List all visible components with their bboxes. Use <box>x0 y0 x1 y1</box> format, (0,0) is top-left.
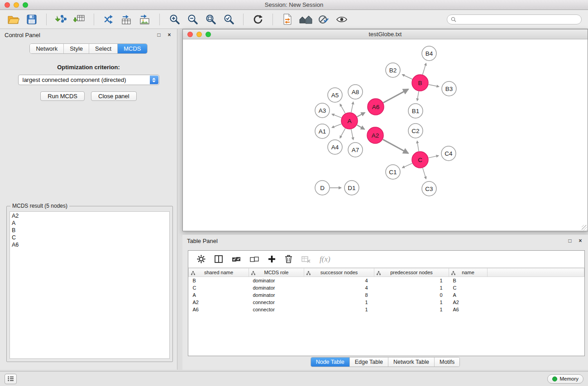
edge-A-A3[interactable] <box>332 114 341 118</box>
memory-button[interactable]: Memory <box>547 374 583 384</box>
zoom-selected-button[interactable] <box>221 12 236 27</box>
apply-layout-button[interactable] <box>251 12 265 27</box>
node-B4[interactable]: B4 <box>422 46 436 61</box>
node-C2[interactable]: C2 <box>408 124 423 138</box>
node-A3[interactable]: A3 <box>315 103 330 118</box>
edge-A-A8[interactable] <box>351 102 354 112</box>
edge-C-C1[interactable] <box>402 163 412 168</box>
zoom-fit-button[interactable] <box>203 12 218 27</box>
node-C[interactable]: C <box>412 152 428 168</box>
tab-select[interactable]: Select <box>89 44 118 53</box>
show-hide-eye-button[interactable] <box>335 12 349 27</box>
node-B3[interactable]: B3 <box>442 81 456 96</box>
tab-network[interactable]: Network <box>30 44 64 53</box>
mcds-result-item[interactable]: B <box>10 227 169 234</box>
mcds-result-list[interactable]: A2ABCA6 <box>10 211 170 359</box>
network-file-manager-button[interactable] <box>280 12 295 27</box>
close-table-panel-icon[interactable]: × <box>577 238 583 244</box>
minimize-network-button[interactable] <box>196 32 202 37</box>
delete-column-button[interactable] <box>285 255 292 263</box>
edge-C-C3[interactable] <box>423 168 426 179</box>
export-image-button[interactable] <box>138 12 152 27</box>
close-panel-icon[interactable]: × <box>166 32 172 38</box>
search-box[interactable] <box>447 14 582 24</box>
tab-motifs[interactable]: Motifs <box>435 357 459 367</box>
edge-A6-B[interactable] <box>383 89 408 103</box>
select-all-button[interactable] <box>232 256 241 263</box>
zoom-in-button[interactable] <box>167 12 182 27</box>
import-table-button[interactable] <box>72 12 86 27</box>
show-columns-button[interactable] <box>215 255 223 263</box>
close-panel-button[interactable]: Close panel <box>91 91 137 101</box>
resize-grip[interactable] <box>582 225 587 230</box>
zoom-network-button[interactable] <box>206 32 211 37</box>
network-window-titlebar[interactable]: testGlobe.txt <box>183 29 588 39</box>
table-row[interactable]: Bdominator41B <box>189 277 584 284</box>
search-input[interactable] <box>459 16 578 23</box>
tab-network-table[interactable]: Network Table <box>388 357 435 367</box>
edge-B-B2[interactable] <box>402 75 412 80</box>
node-A6[interactable]: A6 <box>368 99 384 115</box>
import-network-button[interactable] <box>54 12 68 27</box>
node-A5[interactable]: A5 <box>328 88 342 102</box>
column-header-MCDS-role[interactable]: MCDS role <box>249 268 304 277</box>
table-row[interactable]: Cdominator41C <box>189 284 584 291</box>
edge-B-B3[interactable] <box>429 85 439 87</box>
minimize-window-button[interactable] <box>14 2 19 8</box>
node-B1[interactable]: B1 <box>408 104 423 118</box>
node-A[interactable]: A <box>341 113 358 129</box>
mcds-result-item[interactable]: C <box>10 234 169 241</box>
mcds-result-item[interactable]: A6 <box>10 241 169 248</box>
export-table-button[interactable] <box>120 12 134 27</box>
node-D1[interactable]: D1 <box>344 181 359 195</box>
open-session-button[interactable] <box>6 12 21 27</box>
node-A4[interactable]: A4 <box>328 140 342 154</box>
criterion-dropdown[interactable]: largest connected component (directed) <box>18 75 159 85</box>
table-row[interactable]: A2connector11A2 <box>189 299 584 306</box>
node-C4[interactable]: C4 <box>441 146 456 161</box>
table-row[interactable]: A6connector11A6 <box>189 306 584 313</box>
tab-edge-table[interactable]: Edge Table <box>350 357 388 367</box>
edge-B-B1[interactable] <box>417 91 419 101</box>
mcds-result-item[interactable]: A <box>10 219 169 227</box>
close-network-button[interactable] <box>187 32 193 37</box>
close-window-button[interactable] <box>5 2 10 8</box>
tab-style[interactable]: Style <box>64 44 89 53</box>
edge-A-A6[interactable] <box>357 113 365 117</box>
column-header-shared-name[interactable]: shared name <box>189 268 249 277</box>
edge-A2-C[interactable] <box>383 139 408 153</box>
network-canvas[interactable]: B4B2BB3A5A8A6A3B1AC2A1A2A4A7C4CC1C3DD1 <box>183 39 588 231</box>
edge-B-B4[interactable] <box>423 63 426 75</box>
edge-C-C4[interactable] <box>429 156 439 158</box>
edge-A-A4[interactable] <box>340 129 345 138</box>
float-table-panel-icon[interactable]: □ <box>567 238 573 244</box>
graphics-details-button[interactable] <box>316 12 331 27</box>
tab-node-table[interactable]: Node Table <box>311 357 350 367</box>
column-header-predecessor-nodes[interactable]: predecessor nodes <box>374 268 449 277</box>
node-B2[interactable]: B2 <box>386 63 400 77</box>
add-column-button[interactable] <box>268 255 276 263</box>
edge-A-A2[interactable] <box>357 125 365 129</box>
deselect-all-button[interactable] <box>250 256 259 263</box>
run-mcds-button[interactable]: Run MCDS <box>40 91 85 101</box>
mcds-result-item[interactable]: A2 <box>10 212 169 219</box>
node-C1[interactable]: C1 <box>386 165 400 179</box>
node-A8[interactable]: A8 <box>348 85 363 99</box>
table-row[interactable]: Adominator80A <box>189 291 584 299</box>
node-A7[interactable]: A7 <box>348 143 363 157</box>
table-settings-button[interactable] <box>197 255 206 263</box>
home-button[interactable] <box>298 12 313 27</box>
float-panel-icon[interactable]: □ <box>156 32 162 38</box>
network-graph[interactable]: B4B2BB3A5A8A6A3B1AC2A1A2A4A7C4CC1C3DD1 <box>183 39 588 231</box>
zoom-window-button[interactable] <box>23 2 28 8</box>
tab-mcds[interactable]: MCDS <box>118 44 147 53</box>
node-D[interactable]: D <box>315 181 330 195</box>
edge-A-A1[interactable] <box>332 124 341 128</box>
zoom-out-button[interactable] <box>185 12 200 27</box>
node-B[interactable]: B <box>412 75 428 91</box>
edge-C-C2[interactable] <box>417 141 419 151</box>
new-network-button[interactable] <box>101 12 116 27</box>
save-session-button[interactable] <box>24 12 39 27</box>
node-A2[interactable]: A2 <box>367 127 383 143</box>
edge-A-A7[interactable] <box>351 129 354 140</box>
